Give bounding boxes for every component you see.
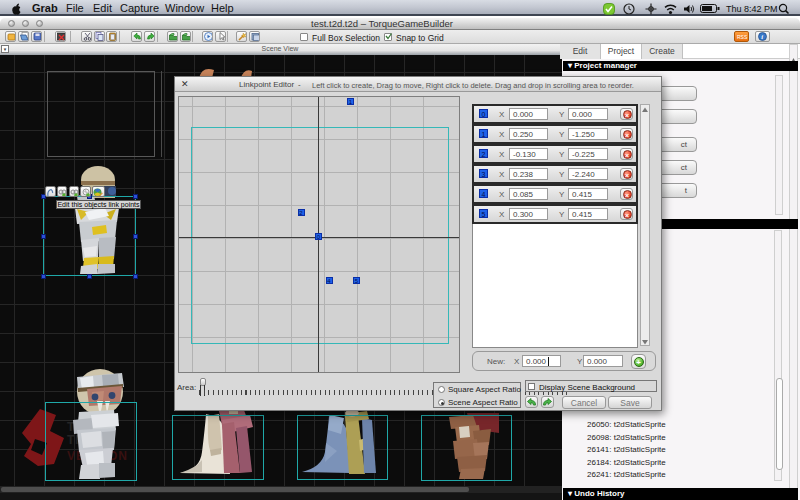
svg-text:RSS: RSS <box>737 34 748 40</box>
svg-text:i: i <box>761 33 763 40</box>
